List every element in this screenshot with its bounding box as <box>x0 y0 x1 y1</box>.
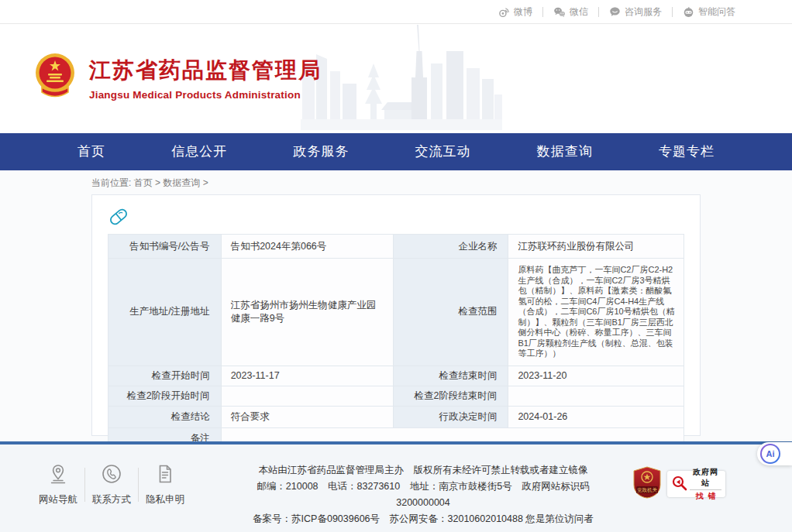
pill-icon <box>108 206 684 229</box>
main-content: 当前位置: 首页 > 数据查询 > 告知书编号/公告号 告知书2024年第066… <box>0 170 792 441</box>
wechat-icon <box>553 6 566 18</box>
consult-icon <box>609 6 621 18</box>
table-row: 生产地址/注册地址 江苏省扬州市扬州生物健康产业园健康一路9号 检查范围 原料药… <box>108 259 684 366</box>
footer-link-contact[interactable]: 联系方式 <box>89 463 134 506</box>
field-value: 2023-11-17 <box>221 366 393 386</box>
party-gov-badge[interactable]: 党政机关 <box>633 466 661 502</box>
field-label: 生产地址/注册地址 <box>108 259 222 366</box>
footer-info-line: 备案号：苏ICP备09039606号 苏公网安备：32010602010488 … <box>232 511 614 527</box>
topbar-link-label: 咨询服务 <box>625 5 662 19</box>
footer-info-line: 本站由江苏省药品监督管理局主办 版权所有未经许可禁止转载或者建立镜像 <box>232 462 614 479</box>
inspection-detail-card: 告知书编号/公告号 告知书2024年第066号 企业名称 江苏联环药业股份有限公… <box>91 194 701 436</box>
site-header: 江苏省药品监督管理局 Jiangsu Medical Products Admi… <box>0 24 792 133</box>
footer-link-label: 网站导航 <box>36 493 81 506</box>
inspection-detail-table: 告知书编号/公告号 告知书2024年第066号 企业名称 江苏联环药业股份有限公… <box>108 234 684 450</box>
ai-assistant-button[interactable]: Ai <box>757 442 792 465</box>
org-name-en: Jiangsu Medical Products Administration <box>89 89 322 101</box>
field-label: 行政决定时间 <box>393 406 508 427</box>
topbar-link-weibo[interactable]: 微博 <box>488 5 542 19</box>
topbar-link-wechat[interactable]: 微信 <box>543 5 598 19</box>
field-value: 江苏省扬州市扬州生物健康产业园健康一路9号 <box>221 259 393 366</box>
footer-separator <box>138 468 139 502</box>
ai-icon-label: Ai <box>762 445 779 462</box>
table-row: 检查2阶段开始时间 检查2阶段结束时间 <box>108 386 684 406</box>
svg-text:党政机关: 党政机关 <box>637 487 658 493</box>
nav-item-data-query[interactable]: 数据查询 <box>537 133 593 170</box>
table-row: 检查结论 符合要求 行政决定时间 2024-01-26 <box>108 406 684 427</box>
nav-item-special-topics[interactable]: 专题专栏 <box>659 133 715 170</box>
national-emblem-icon <box>35 52 75 105</box>
site-footer: 网站导航 联系方式 隐私申明 本站由江苏省药品监督管理局主办 版权所有未经许可禁… <box>0 441 792 532</box>
field-value <box>508 386 684 406</box>
error-badge-line2: 找错 <box>690 490 721 502</box>
site-nav-icon <box>47 474 69 487</box>
field-label: 检查2阶段结束时间 <box>393 386 508 406</box>
topbar: 微博 微信 咨询服务 智能问答 <box>0 0 792 24</box>
topbar-link-smart-qa[interactable]: 智能问答 <box>673 5 746 19</box>
page: { "colors": { "nav_blue": "#2b4490", "br… <box>0 0 792 532</box>
field-label: 企业名称 <box>393 235 508 259</box>
magnifier-icon <box>671 475 687 494</box>
footer-separator <box>84 468 85 502</box>
field-value: 告知书2024年第066号 <box>221 235 393 259</box>
footer-info-line: 邮编：210008 电话：83273610 地址：南京市鼓楼街5号 政府网站标识… <box>232 479 614 511</box>
field-label: 检查开始时间 <box>108 366 222 386</box>
footer-info: 本站由江苏省药品监督管理局主办 版权所有未经许可禁止转载或者建立镜像 邮编：21… <box>232 462 614 527</box>
field-value: 2023-11-20 <box>508 366 684 386</box>
topbar-link-label: 微博 <box>514 5 532 19</box>
topbar-link-label: 智能问答 <box>698 5 735 19</box>
field-label: 检查范围 <box>393 259 508 366</box>
field-value <box>221 386 393 406</box>
gov-site-error-report-badge[interactable]: 政府网站 找错 <box>667 471 725 497</box>
privacy-icon <box>154 474 176 487</box>
field-value: 江苏联环药业股份有限公司 <box>508 235 684 259</box>
field-value: 符合要求 <box>221 406 393 427</box>
footer-quick-links: 网站导航 联系方式 隐私申明 <box>36 463 188 506</box>
nav-item-gov-services[interactable]: 政务服务 <box>293 133 349 170</box>
table-row: 告知书编号/公告号 告知书2024年第066号 企业名称 江苏联环药业股份有限公… <box>108 235 684 259</box>
site-titles: 江苏省药品监督管理局 Jiangsu Medical Products Admi… <box>89 56 322 101</box>
nav-item-home[interactable]: 首页 <box>77 133 105 170</box>
footer-link-label: 隐私申明 <box>143 493 188 506</box>
field-label: 告知书编号/公告号 <box>108 235 222 259</box>
footer-link-site-nav[interactable]: 网站导航 <box>36 463 81 506</box>
main-nav: 首页 信息公开 政务服务 交流互动 数据查询 专题专栏 <box>0 133 792 170</box>
table-row: 检查开始时间 2023-11-17 检查结束时间 2023-11-20 <box>108 366 684 386</box>
ai-icon: Ai <box>760 444 780 464</box>
city-skyline-watermark <box>301 23 502 133</box>
field-label: 检查结束时间 <box>393 366 508 386</box>
site-logo[interactable]: 江苏省药品监督管理局 Jiangsu Medical Products Admi… <box>35 52 322 105</box>
contact-icon <box>101 474 122 487</box>
weibo-icon <box>498 6 510 18</box>
field-label: 检查结论 <box>108 406 222 427</box>
breadcrumb[interactable]: 当前位置: 首页 > 数据查询 > <box>91 177 792 190</box>
nav-item-info-disclosure[interactable]: 信息公开 <box>171 133 227 170</box>
nav-item-interaction[interactable]: 交流互动 <box>415 133 471 170</box>
field-value: 2024-01-26 <box>508 406 684 427</box>
topbar-link-consult[interactable]: 咨询服务 <box>599 5 672 19</box>
field-value: 原料药【曲克芦丁，一车间C2厂房C2-H2生产线（合成），一车间C2厂房3号精烘… <box>508 259 684 366</box>
topbar-link-label: 微信 <box>570 5 588 19</box>
smart-qa-icon <box>683 6 694 18</box>
footer-badges: 党政机关 政府网站 找错 <box>633 466 725 502</box>
org-name-zh: 江苏省药品监督管理局 <box>89 56 322 85</box>
footer-link-privacy[interactable]: 隐私申明 <box>143 463 188 506</box>
footer-link-label: 联系方式 <box>89 493 134 506</box>
error-badge-text: 政府网站 找错 <box>690 467 721 502</box>
error-badge-line1: 政府网站 <box>690 467 721 490</box>
field-label: 检查2阶段开始时间 <box>108 386 222 406</box>
